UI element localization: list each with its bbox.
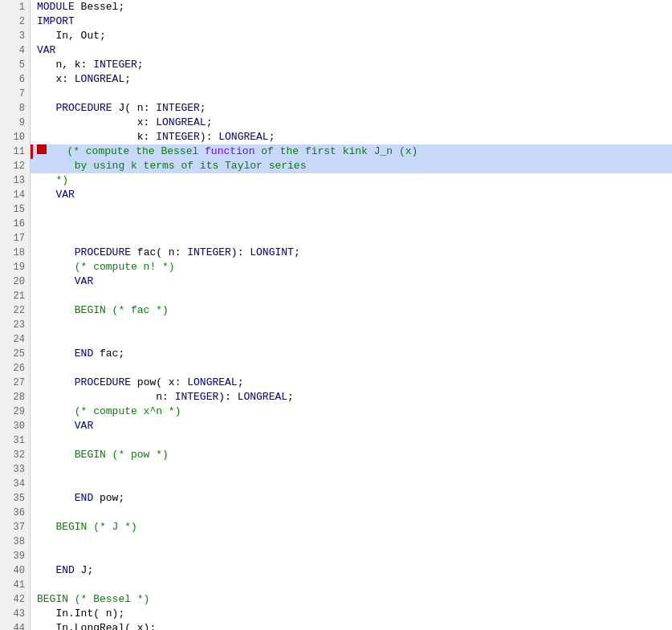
code-line: PROCEDURE J( n: INTEGER; (31, 101, 672, 116)
line-number: 6 (0, 72, 30, 87)
code-line: VAR (31, 188, 672, 202)
code-line: In.Int( n); (31, 607, 672, 621)
code-line: BEGIN (* J *) (31, 520, 672, 534)
code-line: PROCEDURE fac( n: INTEGER): LONGINT; (31, 246, 672, 260)
code-line (31, 289, 672, 303)
code-text: IMPORT (37, 14, 75, 29)
code-line (31, 231, 672, 246)
code-line (31, 217, 672, 231)
code-line (31, 332, 672, 347)
line-number: 37 (0, 520, 30, 534)
code-text: (* compute the Bessel function of the fi… (48, 144, 417, 159)
line-number: 22 (0, 303, 30, 318)
breakpoint-marker (37, 144, 47, 154)
line-number: 35 (0, 491, 30, 506)
code-text: In, Out; (37, 29, 106, 43)
code-line (31, 361, 672, 376)
code-text: BEGIN (* pow *) (37, 448, 169, 462)
line-number: 9 (0, 116, 30, 130)
line-number: 42 (0, 592, 30, 607)
code-line: n: INTEGER): LONGREAL; (31, 390, 672, 404)
code-text: MODULE Bessel; (37, 0, 124, 14)
code-line: END fac; (31, 347, 672, 361)
code-text: PROCEDURE pow( x: LONGREAL; (37, 376, 243, 390)
code-line (31, 202, 672, 217)
line-number: 25 (0, 347, 30, 361)
code-line: (* compute x^n *) (31, 404, 672, 419)
code-line (31, 318, 672, 332)
line-number: 14 (0, 188, 30, 202)
line-number: 1 (0, 0, 30, 14)
code-text: *) (37, 173, 68, 188)
code-text: BEGIN (* Bessel *) (37, 592, 149, 607)
line-number: 7 (0, 87, 30, 101)
line-number: 34 (0, 477, 30, 491)
code-line: VAR (31, 274, 672, 289)
line-number: 23 (0, 318, 30, 332)
code-text: PROCEDURE fac( n: INTEGER): LONGINT; (37, 246, 300, 260)
code-text: VAR (37, 274, 93, 289)
line-number: 24 (0, 332, 30, 347)
line-number: 16 (0, 217, 30, 231)
line-number: 8 (0, 101, 30, 116)
line-number: 41 (0, 578, 30, 592)
code-text: (* compute x^n *) (37, 404, 181, 419)
code-text: In.Int( n); (37, 607, 124, 621)
code-text: by using k terms of its Taylor series (37, 159, 306, 173)
line-numbers: 1234567891011121314151617181920212223242… (0, 0, 31, 630)
code-line (31, 506, 672, 520)
line-number: 19 (0, 260, 30, 274)
code-line: In, Out; (31, 29, 672, 43)
code-area[interactable]: MODULE Bessel;IMPORT In, Out;VAR n, k: I… (31, 0, 672, 630)
line-number: 18 (0, 246, 30, 260)
line-number: 10 (0, 130, 30, 144)
code-line: BEGIN (* Bessel *) (31, 592, 672, 607)
code-line: BEGIN (* pow *) (31, 448, 672, 462)
code-line (31, 462, 672, 477)
code-line (31, 477, 672, 491)
code-text: END pow; (37, 491, 124, 506)
line-number: 28 (0, 390, 30, 404)
line-number: 15 (0, 202, 30, 217)
code-line: *) (31, 173, 672, 188)
code-text: x: LONGREAL; (37, 116, 212, 130)
line-number: 20 (0, 274, 30, 289)
line-number: 17 (0, 231, 30, 246)
line-number: 11 (0, 144, 30, 159)
code-text: (* compute n! *) (37, 260, 175, 274)
line-number: 32 (0, 448, 30, 462)
code-text: END fac; (37, 347, 124, 361)
line-number: 44 (0, 621, 30, 630)
code-text: BEGIN (* fac *) (37, 303, 169, 318)
line-number: 5 (0, 58, 30, 72)
code-line: by using k terms of its Taylor series (31, 159, 672, 173)
code-text: PROCEDURE J( n: INTEGER; (37, 101, 206, 116)
line-number: 43 (0, 607, 30, 621)
code-text: VAR (37, 419, 93, 433)
code-text: x: LONGREAL; (37, 72, 131, 87)
line-number: 21 (0, 289, 30, 303)
code-text: In.LongReal( x); (37, 621, 156, 630)
line-number: 12 (0, 159, 30, 173)
line-number: 33 (0, 462, 30, 477)
code-text: BEGIN (* J *) (37, 520, 137, 534)
line-number: 2 (0, 14, 30, 29)
code-text: END J; (37, 563, 93, 578)
code-line: PROCEDURE pow( x: LONGREAL; (31, 376, 672, 390)
code-line (31, 433, 672, 448)
code-line (31, 534, 672, 549)
code-text: n, k: INTEGER; (37, 58, 144, 72)
code-line (31, 578, 672, 592)
line-number: 3 (0, 29, 30, 43)
line-number: 40 (0, 563, 30, 578)
code-line: n, k: INTEGER; (31, 58, 672, 72)
line-number: 27 (0, 376, 30, 390)
code-line: VAR (31, 419, 672, 433)
line-number: 13 (0, 173, 30, 188)
line-number: 26 (0, 361, 30, 376)
code-line: x: LONGREAL; (31, 72, 672, 87)
line-number: 4 (0, 43, 30, 58)
line-number: 31 (0, 433, 30, 448)
code-line (31, 549, 672, 563)
line-number: 36 (0, 506, 30, 520)
